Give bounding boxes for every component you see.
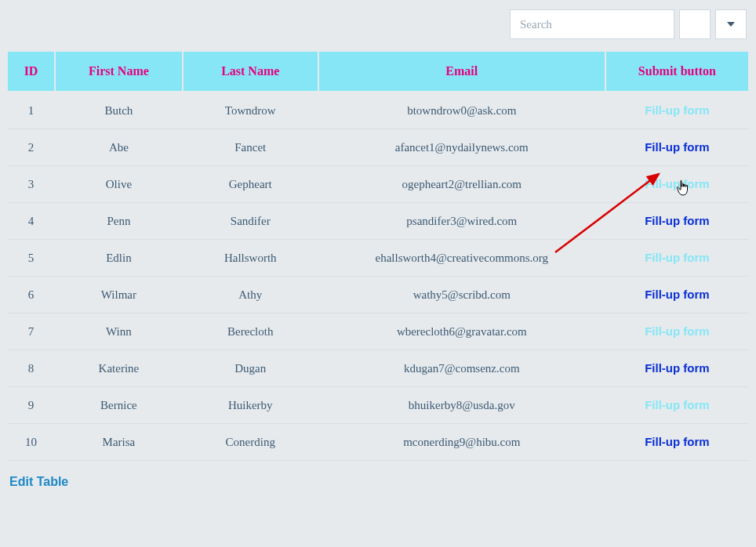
table-row: 7WinnBereclothwberecloth6@gravatar.comFi… (7, 313, 749, 350)
col-header-email[interactable]: Email (318, 51, 605, 92)
cell-submit: Fill-up form (605, 387, 749, 424)
cell-first-name: Olive (55, 166, 183, 203)
col-header-first-name[interactable]: First Name (55, 51, 183, 92)
cell-email: afancet1@nydailynews.com (318, 129, 605, 166)
cell-last-name: Fancet (183, 129, 318, 166)
cell-last-name: Conerding (183, 424, 318, 461)
cell-first-name: Bernice (55, 387, 183, 424)
table-row: 6WilmarAthywathy5@scribd.comFill-up form (7, 277, 749, 313)
cell-submit: Fill-up form (605, 424, 749, 461)
table-toolbar (6, 9, 750, 39)
search-icon (689, 18, 701, 31)
data-table: ID First Name Last Name Email Submit but… (6, 50, 750, 461)
col-header-last-name[interactable]: Last Name (183, 51, 318, 92)
cell-submit: Fill-up form (605, 313, 749, 350)
fill-up-form-link[interactable]: Fill-up form (645, 398, 710, 411)
cell-submit: Fill-up form (605, 203, 749, 240)
cell-email: ogepheart2@trellian.com (318, 166, 605, 203)
cell-last-name: Berecloth (183, 313, 318, 350)
cell-first-name: Abe (55, 129, 183, 166)
fill-up-form-link[interactable]: Fill-up form (645, 140, 710, 154)
cell-last-name: Sandifer (183, 203, 318, 240)
cell-submit: Fill-up form (605, 92, 749, 129)
cell-email: mconerding9@hibu.com (318, 424, 605, 461)
fill-up-form-link[interactable]: Fill-up form (645, 288, 710, 301)
cell-id: 7 (7, 313, 55, 350)
fill-up-form-link[interactable]: Fill-up form (645, 103, 710, 117)
cell-submit: Fill-up form (605, 240, 749, 277)
table-row: 4PennSandiferpsandifer3@wired.comFill-up… (7, 203, 749, 240)
cell-last-name: Athy (183, 277, 318, 313)
cell-email: bhuikerby8@usda.gov (318, 387, 605, 424)
cell-id: 6 (7, 277, 55, 313)
search-button[interactable] (679, 9, 711, 39)
cell-email: kdugan7@comsenz.com (318, 350, 605, 387)
table-row: 3OliveGepheartogepheart2@trellian.comFil… (7, 166, 749, 203)
options-dropdown-button[interactable] (715, 9, 747, 39)
cell-id: 3 (7, 166, 55, 203)
edit-table-link[interactable]: Edit Table (9, 475, 68, 489)
cell-last-name: Dugan (183, 350, 318, 387)
table-row: 10MarisaConerdingmconerding9@hibu.comFil… (7, 424, 749, 461)
fill-up-form-link[interactable]: Fill-up form (645, 214, 710, 227)
cell-last-name: Towndrow (183, 92, 318, 129)
fill-up-form-link[interactable]: Fill-up form (645, 361, 710, 375)
cell-first-name: Edlin (55, 240, 183, 277)
table-row: 5EdlinHallsworthehallsworth4@creativecom… (7, 240, 749, 277)
fill-up-form-link[interactable]: Fill-up form (645, 251, 710, 264)
cell-first-name: Penn (55, 203, 183, 240)
fill-up-form-link[interactable]: Fill-up form (645, 324, 710, 338)
table-row: 9BerniceHuikerbybhuikerby8@usda.govFill-… (7, 387, 749, 424)
table-row: 8KaterineDugankdugan7@comsenz.comFill-up… (7, 350, 749, 387)
fill-up-form-link[interactable]: Fill-up form (645, 435, 710, 448)
cell-last-name: Huikerby (183, 387, 318, 424)
cell-first-name: Wilmar (55, 277, 183, 313)
cell-id: 2 (7, 129, 55, 166)
cell-first-name: Winn (55, 313, 183, 350)
caret-down-icon (727, 22, 735, 27)
cell-first-name: Butch (55, 92, 183, 129)
fill-up-form-link[interactable]: Fill-up form (645, 177, 710, 190)
cell-id: 9 (7, 387, 55, 424)
cell-submit: Fill-up form (605, 166, 749, 203)
table-header-row: ID First Name Last Name Email Submit but… (7, 51, 749, 92)
svg-point-0 (690, 20, 698, 27)
cell-id: 8 (7, 350, 55, 387)
cell-submit: Fill-up form (605, 129, 749, 166)
cell-submit: Fill-up form (605, 350, 749, 387)
cell-first-name: Katerine (55, 350, 183, 387)
col-header-id[interactable]: ID (7, 51, 55, 92)
cell-email: ehallsworth4@creativecommons.org (318, 240, 605, 277)
cell-last-name: Gepheart (183, 166, 318, 203)
col-header-submit[interactable]: Submit button (605, 51, 749, 92)
cell-id: 10 (7, 424, 55, 461)
search-input[interactable] (510, 9, 674, 39)
cell-email: wathy5@scribd.com (318, 277, 605, 313)
cell-id: 1 (7, 92, 55, 129)
svg-line-1 (697, 27, 700, 30)
cell-first-name: Marisa (55, 424, 183, 461)
cell-email: psandifer3@wired.com (318, 203, 605, 240)
cell-last-name: Hallsworth (183, 240, 318, 277)
cell-submit: Fill-up form (605, 277, 749, 313)
cell-email: wberecloth6@gravatar.com (318, 313, 605, 350)
table-row: 2AbeFancetafancet1@nydailynews.comFill-u… (7, 129, 749, 166)
table-row: 1ButchTowndrowbtowndrow0@ask.comFill-up … (7, 92, 749, 129)
cell-id: 4 (7, 203, 55, 240)
cell-id: 5 (7, 240, 55, 277)
cell-email: btowndrow0@ask.com (318, 92, 605, 129)
